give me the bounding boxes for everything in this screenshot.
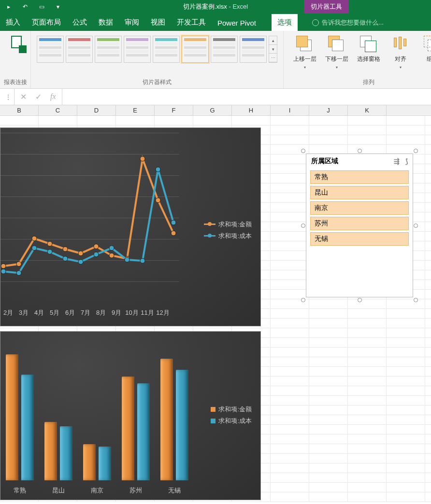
column-header[interactable]: C — [39, 105, 77, 115]
bar-chart[interactable]: 常熟昆山南京苏州无锡 求和项:金额 求和项:成本 — [0, 331, 261, 500]
svg-point-20 — [125, 257, 129, 262]
slicer-style-swatch[interactable] — [153, 36, 180, 63]
tab-formulas[interactable]: 公式 — [67, 14, 93, 31]
tab-review[interactable]: 审阅 — [119, 14, 145, 31]
svg-point-4 — [63, 247, 68, 252]
svg-point-6 — [94, 244, 99, 249]
svg-point-11 — [171, 231, 176, 236]
column-header[interactable]: F — [155, 105, 193, 115]
resize-handle[interactable] — [358, 149, 362, 153]
resize-handle[interactable] — [414, 149, 418, 153]
slicer-item[interactable]: 常熟 — [310, 170, 409, 184]
slicer-styles-label: 切片器样式 — [34, 77, 280, 87]
slicer-header[interactable]: 所属区域 ⇶ ⟆ — [306, 154, 413, 168]
selection-pane-button[interactable]: 选择窗格 — [355, 36, 382, 70]
filename: 切片器案例.xlsx — [183, 3, 227, 10]
dropdown-icon[interactable]: ▾ — [336, 65, 338, 70]
resize-handle[interactable] — [414, 298, 418, 302]
column-header[interactable]: E — [116, 105, 155, 115]
title-bar: ▸ ↶ ▭ ▾ 切片器案例.xlsx - Excel 切片器工具 — [0, 0, 431, 14]
report-connections-button[interactable] — [3, 33, 32, 52]
column-header[interactable]: J — [309, 105, 348, 115]
slicer-style-swatch[interactable] — [124, 36, 151, 63]
svg-point-0 — [1, 264, 6, 268]
dropdown-icon[interactable]: ▾ — [400, 65, 402, 70]
tab-data[interactable]: 数据 — [93, 14, 119, 31]
worksheet-grid[interactable]: 2月3月4月5月6月7月8月9月10月11月12月 求和项:金额 求和项:成本 … — [0, 116, 431, 504]
undo-icon[interactable]: ↶ — [20, 2, 30, 12]
resize-handle[interactable] — [301, 298, 305, 302]
line-chart-plot — [0, 133, 179, 297]
name-box[interactable]: ⋮ — [0, 89, 14, 105]
slicer-style-swatch[interactable] — [95, 36, 122, 63]
save-icon[interactable]: ▸ — [4, 2, 14, 12]
svg-point-13 — [16, 271, 21, 276]
svg-point-22 — [156, 167, 160, 172]
tab-insert[interactable]: 插入 — [0, 14, 26, 31]
resize-handle[interactable] — [358, 298, 362, 302]
bar-chart-plot — [0, 340, 194, 480]
formula-bar: ⋮ ✕ ✓ fx — [0, 89, 431, 105]
slicer-style-swatch[interactable] — [37, 36, 64, 63]
resize-handle[interactable] — [301, 149, 305, 153]
tab-power-pivot[interactable]: Power Pivot — [212, 15, 262, 31]
multi-select-icon[interactable]: ⇶ — [394, 157, 400, 165]
slicer-item[interactable]: 无锡 — [310, 232, 409, 246]
slicer-item[interactable]: 苏州 — [310, 217, 409, 230]
svg-point-2 — [32, 236, 37, 241]
line-chart[interactable]: 2月3月4月5月6月7月8月9月10月11月12月 求和项:金额 求和项:成本 — [0, 127, 261, 326]
clear-filter-icon[interactable]: ⟆ — [405, 157, 408, 165]
tab-developer[interactable]: 开发工具 — [171, 14, 212, 31]
slicer[interactable]: 所属区域 ⇶ ⟆ 常熟昆山南京苏州无锡 — [306, 154, 413, 297]
formula-input[interactable] — [62, 89, 431, 105]
resize-handle[interactable] — [414, 224, 418, 228]
arrange-label: 排列 — [287, 77, 431, 87]
enter-icon[interactable]: ✓ — [35, 92, 42, 101]
tab-options[interactable]: 选项 — [272, 14, 298, 31]
slicer-style-swatch[interactable] — [240, 36, 267, 63]
window-title: 切片器案例.xlsx - Excel — [183, 2, 248, 11]
group-label: 组合 — [427, 55, 431, 63]
tab-page-layout[interactable]: 页面布局 — [26, 14, 67, 31]
qat-dropdown-icon[interactable]: ▾ — [53, 2, 63, 12]
lightbulb-icon — [312, 19, 319, 26]
ribbon-tabs: 插入 页面布局 公式 数据 审阅 视图 开发工具 Power Pivot 选项 … — [0, 14, 431, 31]
quick-access-toolbar: ▸ ↶ ▭ ▾ — [0, 2, 63, 12]
open-icon[interactable]: ▭ — [37, 2, 46, 12]
tell-me-search[interactable]: 告诉我您想要做什么... — [307, 14, 388, 31]
svg-point-16 — [63, 256, 68, 261]
send-backward-icon — [328, 36, 345, 53]
legend-swatch-blue — [211, 419, 216, 423]
slicer-style-swatch[interactable] — [211, 36, 238, 63]
legend-marker-blue — [204, 235, 216, 237]
svg-point-5 — [78, 251, 83, 256]
send-backward-button[interactable]: 下移一层 ▾ — [323, 36, 350, 70]
resize-handle[interactable] — [301, 224, 305, 228]
cancel-icon[interactable]: ✕ — [20, 92, 27, 101]
legend-label: 求和项:成本 — [218, 232, 252, 240]
slicer-style-swatch[interactable] — [182, 36, 209, 63]
column-header[interactable]: B — [0, 105, 39, 115]
tab-view[interactable]: 视图 — [145, 14, 171, 31]
group-icon — [424, 36, 431, 53]
column-header[interactable]: G — [193, 105, 232, 115]
slicer-items: 常熟昆山南京苏州无锡 — [306, 168, 413, 248]
dropdown-icon[interactable]: ▾ — [304, 65, 306, 70]
column-header[interactable]: K — [348, 105, 387, 115]
column-header[interactable]: H — [232, 105, 271, 115]
svg-point-19 — [109, 246, 114, 251]
styles-more-button[interactable]: ▴▾⋯ — [269, 36, 277, 63]
group-button[interactable]: 组合 ▾ — [419, 36, 431, 70]
slicer-selection[interactable]: 所属区域 ⇶ ⟆ 常熟昆山南京苏州无锡 — [303, 151, 416, 300]
slicer-item[interactable]: 昆山 — [310, 186, 409, 199]
svg-point-17 — [78, 259, 83, 264]
legend-marker-orange — [204, 224, 216, 225]
bring-forward-button[interactable]: 上移一层 ▾ — [291, 36, 318, 70]
column-header[interactable]: I — [271, 105, 309, 115]
bar-chart-legend: 求和项:金额 求和项:成本 — [211, 402, 252, 428]
fx-icon[interactable]: fx — [50, 92, 56, 101]
slicer-item[interactable]: 南京 — [310, 201, 409, 215]
slicer-style-swatch[interactable] — [66, 36, 93, 63]
align-button[interactable]: 对齐 ▾ — [387, 36, 414, 70]
column-header[interactable]: D — [77, 105, 116, 115]
